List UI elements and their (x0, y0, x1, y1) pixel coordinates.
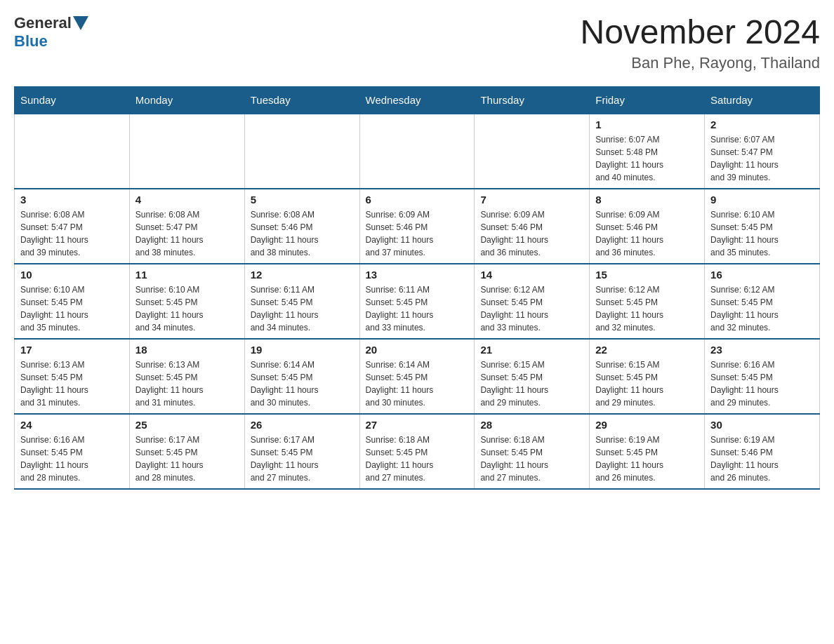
col-sunday: Sunday (15, 86, 130, 114)
page-header: General Blue November 2024 Ban Phe, Rayo… (14, 14, 820, 72)
calendar-table: Sunday Monday Tuesday Wednesday Thursday… (14, 86, 820, 490)
day-info: Sunrise: 6:17 AM Sunset: 5:45 PM Dayligh… (251, 434, 354, 484)
table-row: 27Sunrise: 6:18 AM Sunset: 5:45 PM Dayli… (359, 414, 475, 489)
day-number: 10 (20, 269, 124, 281)
col-saturday: Saturday (705, 86, 820, 114)
day-number: 25 (135, 419, 239, 431)
table-row (15, 114, 130, 189)
col-friday: Friday (590, 86, 705, 114)
day-info: Sunrise: 6:09 AM Sunset: 5:46 PM Dayligh… (595, 208, 699, 259)
day-info: Sunrise: 6:12 AM Sunset: 5:45 PM Dayligh… (595, 283, 699, 334)
table-row: 9Sunrise: 6:10 AM Sunset: 5:45 PM Daylig… (705, 189, 820, 264)
svg-marker-0 (73, 16, 88, 30)
table-row: 29Sunrise: 6:19 AM Sunset: 5:45 PM Dayli… (590, 414, 705, 489)
day-number: 8 (595, 194, 699, 206)
table-row: 15Sunrise: 6:12 AM Sunset: 5:45 PM Dayli… (590, 264, 705, 339)
day-number: 26 (251, 419, 354, 431)
day-info: Sunrise: 6:16 AM Sunset: 5:45 PM Dayligh… (20, 434, 124, 484)
col-monday: Monday (129, 86, 244, 114)
table-row: 23Sunrise: 6:16 AM Sunset: 5:45 PM Dayli… (705, 339, 820, 414)
table-row: 7Sunrise: 6:09 AM Sunset: 5:46 PM Daylig… (475, 189, 590, 264)
location-text: Ban Phe, Rayong, Thailand (580, 54, 820, 72)
col-tuesday: Tuesday (244, 86, 359, 114)
table-row (129, 114, 244, 189)
table-row (244, 114, 359, 189)
table-row: 2Sunrise: 6:07 AM Sunset: 5:47 PM Daylig… (705, 114, 820, 189)
day-number: 4 (135, 194, 239, 206)
day-info: Sunrise: 6:11 AM Sunset: 5:45 PM Dayligh… (366, 283, 469, 334)
day-info: Sunrise: 6:12 AM Sunset: 5:45 PM Dayligh… (480, 283, 583, 334)
col-thursday: Thursday (475, 86, 590, 114)
table-row (359, 114, 475, 189)
day-number: 9 (710, 194, 814, 206)
day-number: 16 (710, 269, 814, 281)
table-row: 17Sunrise: 6:13 AM Sunset: 5:45 PM Dayli… (15, 339, 130, 414)
day-number: 19 (251, 344, 354, 356)
month-title: November 2024 (580, 14, 820, 51)
logo-triangle-icon (73, 16, 88, 30)
table-row: 10Sunrise: 6:10 AM Sunset: 5:45 PM Dayli… (15, 264, 130, 339)
day-info: Sunrise: 6:14 AM Sunset: 5:45 PM Dayligh… (366, 358, 469, 409)
day-info: Sunrise: 6:17 AM Sunset: 5:45 PM Dayligh… (135, 434, 239, 484)
day-number: 15 (595, 269, 699, 281)
day-number: 3 (20, 194, 124, 206)
table-row: 1Sunrise: 6:07 AM Sunset: 5:48 PM Daylig… (590, 114, 705, 189)
table-row: 24Sunrise: 6:16 AM Sunset: 5:45 PM Dayli… (15, 414, 130, 489)
table-row: 12Sunrise: 6:11 AM Sunset: 5:45 PM Dayli… (244, 264, 359, 339)
table-row: 21Sunrise: 6:15 AM Sunset: 5:45 PM Dayli… (475, 339, 590, 414)
table-row: 13Sunrise: 6:11 AM Sunset: 5:45 PM Dayli… (359, 264, 475, 339)
calendar-week-row: 3Sunrise: 6:08 AM Sunset: 5:47 PM Daylig… (15, 189, 820, 264)
table-row: 8Sunrise: 6:09 AM Sunset: 5:46 PM Daylig… (590, 189, 705, 264)
day-info: Sunrise: 6:08 AM Sunset: 5:47 PM Dayligh… (135, 208, 239, 259)
logo-blue-text: Blue (14, 32, 48, 51)
table-row: 6Sunrise: 6:09 AM Sunset: 5:46 PM Daylig… (359, 189, 475, 264)
logo-general-text: General (14, 14, 72, 32)
day-number: 1 (595, 119, 699, 130)
day-info: Sunrise: 6:10 AM Sunset: 5:45 PM Dayligh… (135, 283, 239, 334)
col-wednesday: Wednesday (359, 86, 475, 114)
day-info: Sunrise: 6:18 AM Sunset: 5:45 PM Dayligh… (480, 434, 583, 484)
day-info: Sunrise: 6:07 AM Sunset: 5:48 PM Dayligh… (595, 133, 699, 184)
table-row: 4Sunrise: 6:08 AM Sunset: 5:47 PM Daylig… (129, 189, 244, 264)
day-info: Sunrise: 6:18 AM Sunset: 5:45 PM Dayligh… (366, 434, 469, 484)
table-row: 28Sunrise: 6:18 AM Sunset: 5:45 PM Dayli… (475, 414, 590, 489)
table-row: 3Sunrise: 6:08 AM Sunset: 5:47 PM Daylig… (15, 189, 130, 264)
table-row: 16Sunrise: 6:12 AM Sunset: 5:45 PM Dayli… (705, 264, 820, 339)
day-info: Sunrise: 6:19 AM Sunset: 5:46 PM Dayligh… (710, 434, 814, 484)
day-info: Sunrise: 6:08 AM Sunset: 5:47 PM Dayligh… (20, 208, 124, 259)
day-info: Sunrise: 6:09 AM Sunset: 5:46 PM Dayligh… (366, 208, 469, 259)
calendar-header-row: Sunday Monday Tuesday Wednesday Thursday… (15, 86, 820, 114)
calendar-week-row: 24Sunrise: 6:16 AM Sunset: 5:45 PM Dayli… (15, 414, 820, 489)
day-info: Sunrise: 6:07 AM Sunset: 5:47 PM Dayligh… (710, 133, 814, 184)
day-info: Sunrise: 6:15 AM Sunset: 5:45 PM Dayligh… (595, 358, 699, 409)
day-info: Sunrise: 6:10 AM Sunset: 5:45 PM Dayligh… (710, 208, 814, 259)
day-info: Sunrise: 6:16 AM Sunset: 5:45 PM Dayligh… (710, 358, 814, 409)
table-row: 11Sunrise: 6:10 AM Sunset: 5:45 PM Dayli… (129, 264, 244, 339)
table-row: 30Sunrise: 6:19 AM Sunset: 5:46 PM Dayli… (705, 414, 820, 489)
day-info: Sunrise: 6:09 AM Sunset: 5:46 PM Dayligh… (480, 208, 583, 259)
day-number: 29 (595, 419, 699, 431)
day-number: 6 (366, 194, 469, 206)
day-number: 22 (595, 344, 699, 356)
logo: General Blue (14, 14, 88, 51)
day-info: Sunrise: 6:13 AM Sunset: 5:45 PM Dayligh… (20, 358, 124, 409)
day-number: 11 (135, 269, 239, 281)
day-number: 12 (251, 269, 354, 281)
calendar-week-row: 1Sunrise: 6:07 AM Sunset: 5:48 PM Daylig… (15, 114, 820, 189)
day-info: Sunrise: 6:14 AM Sunset: 5:45 PM Dayligh… (251, 358, 354, 409)
day-info: Sunrise: 6:08 AM Sunset: 5:46 PM Dayligh… (251, 208, 354, 259)
table-row: 19Sunrise: 6:14 AM Sunset: 5:45 PM Dayli… (244, 339, 359, 414)
day-number: 2 (710, 119, 814, 130)
day-number: 7 (480, 194, 583, 206)
day-info: Sunrise: 6:10 AM Sunset: 5:45 PM Dayligh… (20, 283, 124, 334)
day-info: Sunrise: 6:13 AM Sunset: 5:45 PM Dayligh… (135, 358, 239, 409)
day-number: 14 (480, 269, 583, 281)
day-number: 20 (366, 344, 469, 356)
day-number: 28 (480, 419, 583, 431)
day-info: Sunrise: 6:19 AM Sunset: 5:45 PM Dayligh… (595, 434, 699, 484)
day-number: 17 (20, 344, 124, 356)
table-row: 25Sunrise: 6:17 AM Sunset: 5:45 PM Dayli… (129, 414, 244, 489)
day-number: 21 (480, 344, 583, 356)
day-number: 24 (20, 419, 124, 431)
table-row: 20Sunrise: 6:14 AM Sunset: 5:45 PM Dayli… (359, 339, 475, 414)
